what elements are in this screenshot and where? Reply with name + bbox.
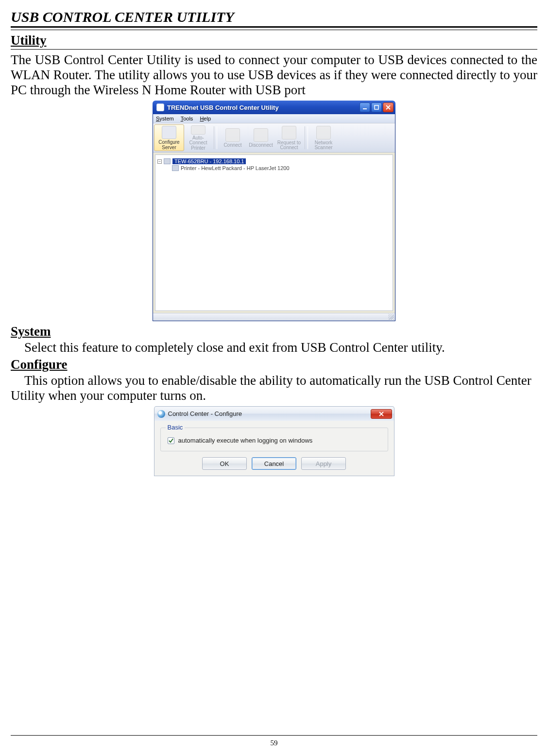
minimize-icon xyxy=(362,105,367,110)
tree-child-label: Printer - HewLett Packard - HP LaserJet … xyxy=(181,165,290,171)
section-heading-utility: Utility xyxy=(11,33,537,48)
checkbox[interactable] xyxy=(168,437,174,444)
toolbar-separator xyxy=(214,126,217,149)
dialog-title: Control Center - Configure xyxy=(168,410,371,417)
configure-paragraph: This option allows you to enable/disable… xyxy=(11,373,537,403)
menu-tools[interactable]: Tools xyxy=(181,116,193,121)
maximize-icon xyxy=(374,105,379,110)
toolbar-connect[interactable]: Connect xyxy=(219,124,247,151)
section-heading-configure: Configure xyxy=(11,357,537,372)
minimize-button[interactable] xyxy=(360,103,370,112)
toolbar: ConfigureServer Auto-ConnectPrinter Conn… xyxy=(153,123,395,153)
page-number: 59 xyxy=(0,739,548,747)
toolbar-label: Auto-ConnectPrinter xyxy=(185,136,211,151)
toolbar-network-scanner[interactable]: NetworkScanner xyxy=(309,124,338,151)
checkbox-label: automatically execute when logging on wi… xyxy=(178,437,313,444)
figure-main-window: TRENDnet USB Control Center Utility Syst… xyxy=(11,101,537,321)
connect-icon xyxy=(225,128,240,142)
maximize-button[interactable] xyxy=(371,103,382,112)
close-icon xyxy=(386,105,391,110)
menu-bar: System Tools Help xyxy=(153,114,395,123)
resize-grip-icon[interactable] xyxy=(388,314,394,320)
tree-root-node[interactable]: − TEW-652BRU - 192.168.10.1 xyxy=(157,158,391,165)
request-icon xyxy=(282,126,296,139)
close-button[interactable] xyxy=(383,103,394,112)
checkmark-icon xyxy=(169,438,173,443)
app-window-title: TRENDnet USB Control Center Utility xyxy=(167,104,360,111)
window-buttons xyxy=(360,103,394,112)
title-rule xyxy=(11,30,537,30)
figure-configure-dialog: Control Center - Configure Basic automat… xyxy=(11,406,537,476)
toolbar-configure-server[interactable]: ConfigureServer xyxy=(154,124,184,151)
toolbar-auto-connect-printer[interactable]: Auto-ConnectPrinter xyxy=(184,124,212,151)
app-window-body: System Tools Help ConfigureServer Auto-C… xyxy=(153,114,395,321)
dialog-close-button[interactable] xyxy=(371,409,392,419)
section-heading-system: System xyxy=(11,324,537,339)
printer-auto-icon xyxy=(191,125,206,135)
apply-button[interactable]: Apply xyxy=(301,457,346,470)
router-icon xyxy=(164,158,171,164)
toolbar-disconnect[interactable]: Disconnect xyxy=(247,124,275,151)
group-legend: Basic xyxy=(166,424,185,431)
dialog-body: Basic automatically execute when logging… xyxy=(154,421,394,476)
app-window-titlebar[interactable]: TRENDnet USB Control Center Utility xyxy=(153,101,395,114)
system-paragraph: Select this feature to completely close … xyxy=(11,340,537,355)
section-rule xyxy=(11,49,537,50)
toolbar-label: NetworkScanner xyxy=(314,140,332,151)
toolbar-label: Connect xyxy=(223,143,241,148)
device-tree[interactable]: − TEW-652BRU - 192.168.10.1 Printer - He… xyxy=(155,155,393,311)
dialog-titlebar[interactable]: Control Center - Configure xyxy=(154,406,394,421)
footer-rule xyxy=(11,735,537,736)
scanner-icon xyxy=(316,126,331,139)
dialog-app-icon xyxy=(157,410,165,418)
toolbar-label: Request toConnect xyxy=(277,140,301,151)
app-icon xyxy=(156,103,164,111)
status-bar xyxy=(153,313,395,321)
menu-help[interactable]: Help xyxy=(200,116,211,121)
toolbar-label: ConfigureServer xyxy=(158,140,179,150)
dialog-button-row: OK Cancel Apply xyxy=(159,457,389,470)
utility-paragraph: The USB Control Center Utility is used t… xyxy=(11,52,537,98)
basic-group: Basic automatically execute when logging… xyxy=(160,428,388,451)
tree-child-node[interactable]: Printer - HewLett Packard - HP LaserJet … xyxy=(157,165,391,172)
close-icon xyxy=(379,412,384,416)
svg-rect-1 xyxy=(375,105,378,109)
printer-icon xyxy=(172,165,179,171)
tree-collapse-icon[interactable]: − xyxy=(157,159,162,164)
toolbar-request-connect[interactable]: Request toConnect xyxy=(275,124,303,151)
toolbar-label: Disconnect xyxy=(249,143,273,148)
cancel-button[interactable]: Cancel xyxy=(252,457,296,470)
server-icon xyxy=(162,126,176,139)
auto-execute-checkbox-row[interactable]: automatically execute when logging on wi… xyxy=(168,437,381,444)
svg-rect-0 xyxy=(363,108,367,109)
menu-system[interactable]: System xyxy=(156,116,174,121)
page-title: USB CONTROL CENTER UTILITY xyxy=(11,9,537,28)
toolbar-separator xyxy=(305,126,308,149)
tree-root-label: TEW-652BRU - 192.168.10.1 xyxy=(172,158,246,164)
disconnect-icon xyxy=(254,128,268,142)
ok-button[interactable]: OK xyxy=(202,457,247,470)
